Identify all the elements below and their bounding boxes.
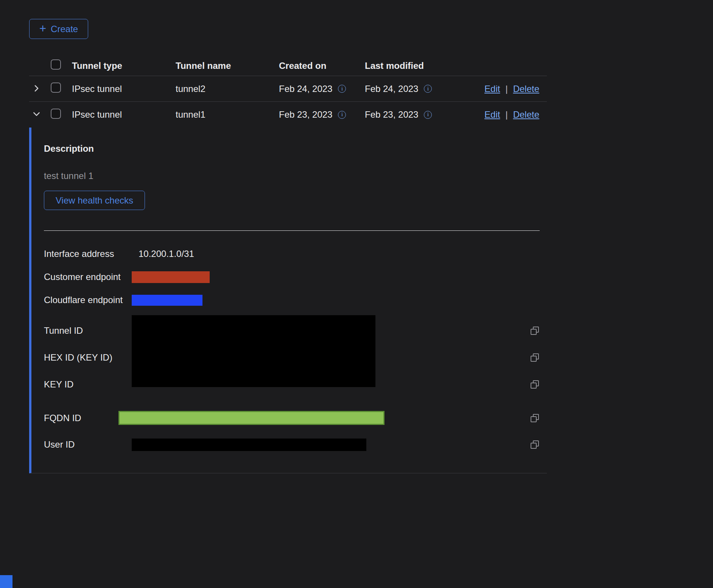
tunnel-ids-group: Tunnel ID HEX ID (KEY ID) KEY ID — [44, 317, 540, 398]
header-tunnel-type: Tunnel type — [72, 61, 176, 71]
copy-icon[interactable] — [531, 414, 539, 422]
created-on-value: Feb 24, 2023 — [279, 84, 332, 94]
fqdn-id-redacted — [118, 411, 385, 425]
info-icon[interactable]: i — [424, 85, 432, 93]
row-actions: Edit | Delete — [459, 84, 547, 94]
customer-endpoint-row: Customer endpoint — [44, 271, 540, 283]
field-label: User ID — [44, 439, 132, 450]
user-id-row: User ID — [44, 438, 540, 451]
copy-icon[interactable] — [531, 440, 539, 449]
fqdn-id-row: FQDN ID — [44, 409, 540, 427]
row-actions: Edit | Delete — [459, 109, 547, 120]
created-on-cell: Feb 23, 2023 i — [279, 109, 365, 120]
field-label: Cloudflare endpoint — [44, 295, 132, 305]
interface-address-row: Interface address 10.200.1.0/31 — [44, 248, 540, 260]
chevron-down-icon — [33, 110, 40, 119]
view-health-checks-button[interactable]: View health checks — [44, 191, 145, 210]
tunnel-name-cell: tunnel2 — [176, 84, 279, 94]
header-created-on: Created on — [279, 61, 365, 71]
field-label: HEX ID (KEY ID) — [44, 352, 132, 363]
tunnels-page: + Create Tunnel type Tunnel name Created… — [29, 19, 547, 473]
description-value: test tunnel 1 — [44, 171, 547, 181]
cloudflare-endpoint-redacted — [132, 295, 202, 306]
tunnel-type-cell: IPsec tunnel — [72, 109, 176, 120]
field-label: KEY ID — [44, 379, 132, 390]
plus-icon: + — [39, 23, 46, 34]
customer-endpoint-redacted — [132, 271, 210, 283]
description-label: Description — [44, 143, 547, 154]
info-icon[interactable]: i — [338, 85, 346, 93]
cloudflare-endpoint-row: Cloudflare endpoint — [44, 294, 540, 306]
field-label: Interface address — [44, 249, 132, 259]
created-on-cell: Feb 24, 2023 i — [279, 84, 365, 94]
tunnels-table: Tunnel type Tunnel name Created on Last … — [29, 56, 547, 473]
select-all-checkbox[interactable] — [51, 59, 61, 70]
last-modified-cell: Feb 23, 2023 i — [365, 109, 459, 120]
delete-link[interactable]: Delete — [513, 109, 539, 120]
tunnel-ids-redacted-block — [132, 315, 375, 387]
header-last-modified: Last modified — [365, 61, 459, 71]
field-label: Customer endpoint — [44, 272, 132, 282]
copy-icon[interactable] — [531, 380, 539, 389]
info-icon[interactable]: i — [424, 111, 432, 119]
table-row: IPsec tunnel tunnel2 Feb 24, 2023 i Feb … — [29, 76, 547, 102]
row-checkbox[interactable] — [51, 82, 61, 93]
field-label: Tunnel ID — [44, 325, 132, 336]
section-divider — [44, 230, 540, 231]
edit-link[interactable]: Edit — [484, 109, 500, 120]
tunnel-name-cell: tunnel1 — [176, 109, 279, 120]
tunnel-type-cell: IPsec tunnel — [72, 84, 176, 94]
copy-icon[interactable] — [531, 353, 539, 362]
collapse-row-button[interactable] — [33, 110, 40, 119]
copy-icon[interactable] — [531, 327, 539, 335]
last-modified-value: Feb 24, 2023 — [365, 84, 418, 94]
create-button[interactable]: + Create — [29, 19, 88, 39]
edit-link[interactable]: Edit — [484, 84, 500, 94]
row-checkbox[interactable] — [51, 109, 61, 119]
interface-address-value: 10.200.1.0/31 — [139, 249, 194, 259]
actions-separator: | — [505, 109, 508, 120]
expand-row-button[interactable] — [33, 85, 40, 93]
actions-separator: | — [505, 84, 508, 94]
table-row: IPsec tunnel tunnel1 Feb 23, 2023 i Feb … — [29, 102, 547, 128]
delete-link[interactable]: Delete — [513, 84, 539, 94]
header-tunnel-name: Tunnel name — [176, 61, 279, 71]
tunnel-fields: Interface address 10.200.1.0/31 Customer… — [44, 248, 540, 451]
created-on-value: Feb 23, 2023 — [279, 109, 332, 120]
last-modified-value: Feb 23, 2023 — [365, 109, 418, 120]
bottom-left-accent — [0, 575, 12, 588]
user-id-redacted — [132, 439, 366, 451]
info-icon[interactable]: i — [338, 111, 346, 119]
create-button-label: Create — [51, 24, 78, 34]
chevron-right-icon — [33, 85, 40, 93]
last-modified-cell: Feb 24, 2023 i — [365, 84, 459, 94]
table-header-row: Tunnel type Tunnel name Created on Last … — [29, 56, 547, 76]
tunnel-detail-panel: Description test tunnel 1 View health ch… — [29, 128, 547, 473]
header-checkbox-cell — [44, 59, 72, 72]
